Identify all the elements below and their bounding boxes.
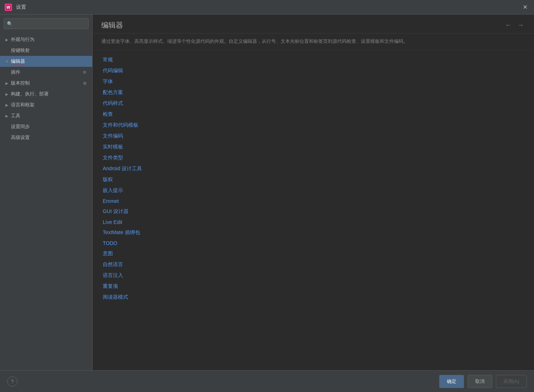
settings-link-file-types[interactable]: 文件类型 bbox=[101, 152, 525, 163]
settings-link-gui-designer[interactable]: GUI 设计器 bbox=[101, 206, 525, 217]
cancel-button[interactable]: 取消 bbox=[468, 375, 492, 388]
chevron-right-icon: ▶ bbox=[4, 37, 9, 42]
sidebar-item-label: 按键映射 bbox=[11, 47, 30, 54]
settings-dialog: 🔍 ▶ 外观与行为 按键映射 ▼ 编辑器 插件 ⚙ bbox=[0, 15, 534, 370]
settings-link-copyright[interactable]: 版权 bbox=[101, 174, 525, 185]
settings-link-reader-mode[interactable]: 阅读器模式 bbox=[101, 292, 525, 303]
settings-link-intentions[interactable]: 意图 bbox=[101, 248, 525, 259]
page-title: 编辑器 bbox=[101, 20, 504, 30]
settings-link-inspections[interactable]: 检查 bbox=[101, 109, 525, 120]
back-button[interactable]: ← bbox=[504, 21, 513, 30]
nav-arrows: ← → bbox=[504, 21, 525, 30]
forward-button[interactable]: → bbox=[516, 21, 525, 30]
settings-link-textmate[interactable]: TextMate 插绑包 bbox=[101, 227, 525, 238]
help-button[interactable]: ? bbox=[7, 376, 17, 387]
sidebar-item-sync[interactable]: 设置同步 bbox=[0, 121, 92, 132]
settings-link-code-editing[interactable]: 代码编辑 bbox=[101, 65, 525, 76]
sidebar-item-label: 外观与行为 bbox=[11, 36, 34, 43]
window-close-button[interactable]: ✕ bbox=[521, 4, 530, 11]
chevron-right-icon: ▶ bbox=[4, 81, 9, 86]
sidebar-item-keymap[interactable]: 按键映射 bbox=[0, 45, 92, 56]
sidebar-item-label: 语言和框架 bbox=[11, 102, 34, 108]
sidebar-item-label: 设置同步 bbox=[11, 123, 30, 130]
sidebar-nav: ▶ 外观与行为 按键映射 ▼ 编辑器 插件 ⚙ ▶ 版本 bbox=[0, 33, 92, 370]
confirm-button[interactable]: 确定 bbox=[439, 375, 464, 388]
settings-link-code-style[interactable]: 代码样式 bbox=[101, 98, 525, 109]
window-title: 设置 bbox=[16, 4, 26, 11]
chevron-right-icon: ▶ bbox=[4, 102, 9, 107]
search-box[interactable]: 🔍 bbox=[4, 18, 89, 29]
settings-link-font[interactable]: 字体 bbox=[101, 76, 525, 87]
main-content: 编辑器 ← → 通过更改字体、高亮显示样式、缩进等个性化源代码的外观。自定义编辑… bbox=[93, 15, 534, 370]
search-icon: 🔍 bbox=[7, 21, 13, 26]
settings-link-emmet[interactable]: Emmet bbox=[101, 196, 525, 206]
settings-link-color-scheme[interactable]: 配色方案 bbox=[101, 87, 525, 98]
sidebar-item-label: 高级设置 bbox=[11, 134, 30, 141]
chevron-right-icon: ▶ bbox=[4, 91, 9, 97]
sidebar-item-label: 版本控制 bbox=[11, 80, 30, 86]
settings-link-file-encoding[interactable]: 文件编码 bbox=[101, 131, 525, 142]
sidebar-item-label: 插件 bbox=[11, 69, 20, 75]
search-input[interactable] bbox=[14, 21, 85, 26]
settings-link-language-injections[interactable]: 语言注入 bbox=[101, 270, 525, 281]
footer-buttons: 确定 取消 应用(A) bbox=[439, 375, 527, 388]
settings-link-natural-languages[interactable]: 自然语言 bbox=[101, 259, 525, 270]
chevron-right-icon: ▶ bbox=[4, 113, 9, 118]
sidebar-item-label: 工具 bbox=[11, 113, 20, 119]
settings-links-list: 常规代码编辑字体配色方案代码样式检查文件和代码模板文件编码实时模板文件类型And… bbox=[93, 50, 534, 370]
sidebar-item-editor[interactable]: ▼ 编辑器 bbox=[0, 56, 92, 67]
settings-link-inlay-hints[interactable]: 嵌入提示 bbox=[101, 185, 525, 196]
vcs-badge: ⊞ bbox=[83, 81, 86, 86]
sidebar-item-advanced[interactable]: 高级设置 bbox=[0, 132, 92, 143]
sidebar: 🔍 ▶ 外观与行为 按键映射 ▼ 编辑器 插件 ⚙ bbox=[0, 15, 93, 370]
sidebar-item-label: 编辑器 bbox=[11, 58, 25, 65]
chevron-down-icon: ▼ bbox=[4, 59, 9, 64]
settings-link-live-templates[interactable]: 实时模板 bbox=[101, 142, 525, 152]
settings-link-live-edit[interactable]: Live Edit bbox=[101, 217, 525, 227]
footer: ? 确定 取消 应用(A) bbox=[0, 370, 534, 392]
sidebar-item-build[interactable]: ▶ 构建、执行、部署 bbox=[0, 89, 92, 99]
settings-link-general[interactable]: 常规 bbox=[101, 54, 525, 65]
apply-button[interactable]: 应用(A) bbox=[496, 375, 527, 388]
sidebar-item-vcs[interactable]: ▶ 版本控制 ⊞ bbox=[0, 78, 92, 89]
settings-link-android-layout[interactable]: Android 设计工具 bbox=[101, 163, 525, 174]
svg-text:W: W bbox=[7, 5, 11, 9]
title-bar: W 设置 ✕ bbox=[0, 0, 534, 15]
settings-link-file-templates[interactable]: 文件和代码模板 bbox=[101, 120, 525, 131]
sidebar-item-plugins[interactable]: 插件 ⚙ bbox=[0, 67, 92, 78]
app-logo: W bbox=[4, 3, 12, 11]
settings-link-duplicates[interactable]: 重复项 bbox=[101, 281, 525, 292]
content-header: 编辑器 ← → bbox=[93, 15, 534, 33]
sidebar-item-lang[interactable]: ▶ 语言和框架 bbox=[0, 99, 92, 110]
settings-link-todo[interactable]: TODO bbox=[101, 238, 525, 248]
sidebar-item-tools[interactable]: ▶ 工具 bbox=[0, 110, 92, 121]
sidebar-item-label: 构建、执行、部署 bbox=[11, 91, 49, 97]
window-controls: ✕ bbox=[521, 4, 530, 11]
page-description: 通过更改字体、高亮显示样式、缩进等个性化源代码的外观。自定义编辑器，从行号、文本… bbox=[93, 33, 534, 50]
plugin-badge: ⚙ bbox=[83, 70, 86, 75]
sidebar-item-appearance[interactable]: ▶ 外观与行为 bbox=[0, 34, 92, 45]
